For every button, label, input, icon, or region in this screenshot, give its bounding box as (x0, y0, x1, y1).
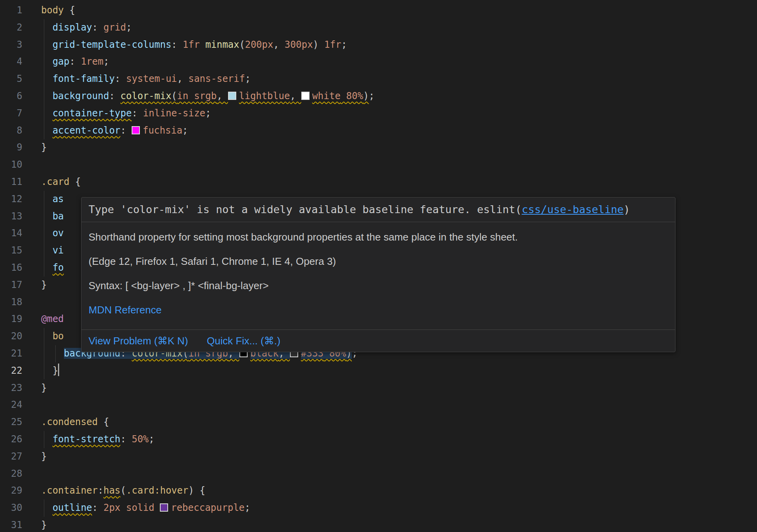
line-number[interactable]: 23 (0, 380, 22, 397)
line-number[interactable]: 19 (0, 311, 22, 328)
code-line-30[interactable]: 30 outline: 2px solid rebeccapurple; (0, 499, 757, 517)
line-number[interactable]: 5 (0, 71, 22, 88)
eslint-rule-link[interactable]: css/use-baseline (522, 203, 623, 215)
code-line-7[interactable]: 7 container-type: inline-size; (0, 105, 757, 122)
line-number[interactable]: 27 (0, 448, 22, 465)
color-swatch[interactable] (301, 92, 310, 100)
token: rebeccapurple (171, 502, 244, 513)
code-line-10[interactable]: 10 (0, 156, 757, 174)
line-number[interactable]: 31 (0, 517, 22, 532)
line-number[interactable]: 30 (0, 499, 22, 517)
line-number[interactable]: 24 (0, 396, 22, 414)
code-text: accent-color: fuchsia; (41, 122, 188, 139)
line-number[interactable]: 9 (0, 139, 22, 156)
line-number[interactable]: 10 (0, 156, 22, 174)
token (41, 211, 53, 222)
token (41, 194, 53, 204)
code-line-4[interactable]: 4 gap: 1rem; (0, 53, 757, 71)
code-line-23[interactable]: 23} (0, 380, 757, 397)
token: gap (53, 56, 69, 67)
code-line-31[interactable]: 31} (0, 517, 757, 532)
line-number[interactable]: 1 (0, 2, 22, 19)
token: @med (41, 313, 64, 324)
code-line-11[interactable]: 11.card { (0, 174, 757, 191)
diagnostic-text-suffix: ) (623, 203, 630, 215)
token: } (41, 279, 47, 290)
code-editor[interactable]: 1body {2 display: grid;3 grid-template-c… (0, 0, 757, 532)
syntax-info: Syntax: [ <bg-layer> , ]* <final-bg-laye… (89, 279, 668, 293)
token: 1rem (81, 56, 103, 67)
token: 50% (132, 434, 149, 445)
code-line-27[interactable]: 27} (0, 448, 757, 465)
token: lightblue (239, 90, 290, 101)
line-number[interactable]: 20 (0, 328, 22, 345)
token: 80% (340, 90, 363, 101)
color-swatch[interactable] (132, 126, 140, 134)
text-cursor (58, 364, 59, 376)
code-text: display: grid; (41, 19, 132, 36)
color-swatch[interactable] (228, 92, 236, 100)
token: ; (205, 108, 211, 119)
line-number[interactable]: 12 (0, 191, 22, 208)
token: has (103, 485, 120, 496)
token: : (171, 39, 183, 50)
code-text: } (41, 277, 47, 294)
code-line-24[interactable]: 24 (0, 396, 757, 414)
line-number[interactable]: 2 (0, 19, 22, 36)
line-number[interactable]: 16 (0, 259, 22, 277)
line-number[interactable]: 28 (0, 465, 22, 483)
line-number[interactable]: 6 (0, 88, 22, 105)
line-number[interactable]: 15 (0, 242, 22, 259)
token: : (120, 434, 132, 445)
mdn-reference-link[interactable]: MDN Reference (89, 304, 161, 316)
code-text: container-type: inline-size; (41, 105, 211, 122)
line-number[interactable]: 26 (0, 431, 22, 448)
line-number[interactable]: 7 (0, 105, 22, 122)
code-line-6[interactable]: 6 background: color-mix(in srgb, lightbl… (0, 88, 757, 105)
token: font-stretch (53, 434, 120, 445)
code-line-22[interactable]: 22 } (0, 362, 757, 380)
token: .card (41, 176, 69, 187)
token: : (132, 108, 143, 119)
token: ) (188, 485, 194, 496)
code-line-2[interactable]: 2 display: grid; (0, 19, 757, 36)
line-number[interactable]: 29 (0, 482, 22, 499)
line-number[interactable]: 25 (0, 414, 22, 431)
line-number[interactable]: 3 (0, 36, 22, 54)
line-number[interactable]: 13 (0, 208, 22, 225)
code-line-25[interactable]: 25.condensed { (0, 414, 757, 431)
line-number[interactable]: 18 (0, 294, 22, 311)
token (41, 56, 53, 67)
token: 200px (245, 39, 273, 50)
quick-fix-button[interactable]: Quick Fix... (⌘.) (207, 334, 281, 348)
code-line-3[interactable]: 3 grid-template-columns: 1fr minmax(200p… (0, 36, 757, 54)
token (41, 348, 64, 359)
line-number[interactable]: 22 (0, 362, 22, 380)
line-number[interactable]: 21 (0, 345, 22, 362)
code-line-9[interactable]: 9} (0, 139, 757, 156)
token: : (69, 56, 81, 67)
code-line-26[interactable]: 26 font-stretch: 50%; (0, 431, 757, 448)
code-line-28[interactable]: 28 (0, 465, 757, 483)
token (41, 108, 53, 119)
color-swatch[interactable] (160, 503, 168, 512)
line-number[interactable]: 17 (0, 277, 22, 294)
line-number[interactable]: 11 (0, 174, 22, 191)
token: fuchsia (143, 125, 182, 136)
token: 300px (284, 39, 313, 50)
line-number[interactable]: 14 (0, 225, 22, 242)
token (41, 228, 53, 239)
line-number[interactable]: 4 (0, 53, 22, 71)
hover-actions-bar: View Problem (⌘K N) Quick Fix... (⌘.) (81, 329, 675, 352)
code-text: font-stretch: 50%; (41, 431, 154, 448)
code-line-29[interactable]: 29.container:has(.card:hover) { (0, 482, 757, 499)
view-problem-button[interactable]: View Problem (⌘K N) (89, 334, 188, 348)
code-line-8[interactable]: 8 accent-color: fuchsia; (0, 122, 757, 139)
line-number[interactable]: 8 (0, 122, 22, 139)
code-text: } (41, 380, 47, 397)
browser-support: (Edge 12, Firefox 1, Safari 1, Chrome 1,… (89, 254, 668, 268)
code-line-5[interactable]: 5 font-family: system-ui, sans-serif; (0, 71, 757, 88)
token (41, 434, 53, 445)
code-line-1[interactable]: 1body { (0, 2, 757, 19)
token (41, 90, 53, 101)
